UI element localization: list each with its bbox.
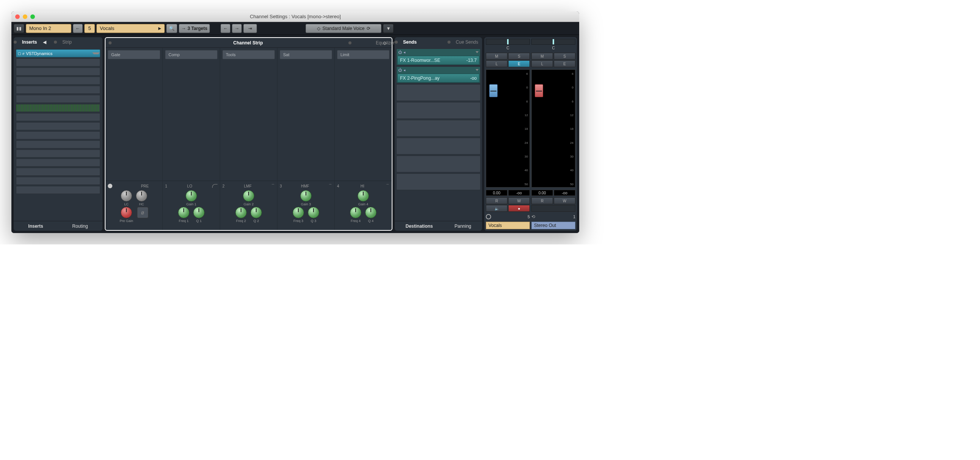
solo-button-r[interactable]: S: [554, 53, 575, 60]
insert-slot-3[interactable]: [16, 68, 100, 76]
insert-slot-2[interactable]: [16, 59, 100, 67]
level-value-r[interactable]: 0.00: [531, 190, 553, 196]
insert-slot-7[interactable]: [16, 104, 100, 112]
hc-knob[interactable]: [136, 190, 147, 202]
send2-menu-icon[interactable]: [476, 69, 479, 71]
targets-button[interactable]: → 3 Targets: [179, 24, 210, 33]
strip-slot-comp[interactable]: Comp: [165, 50, 218, 59]
mute-button-r[interactable]: M: [531, 53, 553, 60]
peak-value-l[interactable]: -oo: [508, 190, 530, 196]
freq2-knob[interactable]: [235, 207, 247, 218]
insert-slot-13[interactable]: [16, 159, 100, 167]
solo-button-l[interactable]: S: [508, 53, 530, 60]
bottom-tab-inserts[interactable]: Inserts: [28, 224, 43, 229]
peak-value-r[interactable]: -oo: [554, 190, 575, 196]
q1-knob[interactable]: [193, 207, 205, 218]
freq3-knob[interactable]: [293, 207, 304, 218]
send-slot-8[interactable]: [396, 173, 480, 190]
q2-knob[interactable]: [250, 207, 262, 218]
monitor-button-l[interactable]: 🔈: [486, 205, 508, 212]
gain4-knob[interactable]: [358, 190, 369, 202]
send-slot-6[interactable]: [396, 138, 480, 154]
band2-curve-icon[interactable]: ⌒: [271, 183, 275, 189]
layout-icon[interactable]: ▮▮: [14, 24, 24, 33]
write-button-r[interactable]: W: [554, 197, 575, 204]
eq-bypass-icon[interactable]: [348, 41, 352, 45]
compare-icon[interactable]: ◀: [43, 40, 46, 45]
freq1-knob[interactable]: [178, 207, 189, 218]
prev-channel-button[interactable]: ←: [73, 24, 83, 33]
band1-curve-icon[interactable]: [212, 184, 218, 188]
fader-left[interactable]: 606121824304050: [486, 70, 530, 188]
insert-slot-8[interactable]: [16, 113, 100, 121]
level-value-l[interactable]: 0.00: [486, 190, 508, 196]
insert-slot-11[interactable]: [16, 140, 100, 148]
edit-button-l[interactable]: E: [508, 60, 530, 67]
preset-field[interactable]: ◇ Standard Male Voice ⟳: [305, 24, 382, 33]
record-button-l[interactable]: ●: [508, 205, 530, 212]
sends-bypass-icon[interactable]: [395, 41, 398, 44]
lc-knob[interactable]: [121, 190, 132, 202]
pre-active-icon[interactable]: [108, 184, 112, 188]
send1-pre-icon[interactable]: ◂: [404, 50, 406, 54]
close-icon[interactable]: [15, 14, 20, 19]
insert-slot-15[interactable]: [16, 177, 100, 185]
send-slot-3[interactable]: [396, 84, 480, 101]
pan-slider-left[interactable]: [486, 39, 530, 45]
tab-sends[interactable]: Sends: [399, 38, 420, 46]
tab-cue-sends[interactable]: Cue Sends: [452, 38, 482, 46]
bottom-tab-destinations[interactable]: Destinations: [406, 224, 433, 229]
send-slot-5[interactable]: [396, 120, 480, 137]
insert-slot-9[interactable]: [16, 122, 100, 130]
tab-equalizer[interactable]: Equalizer: [376, 40, 395, 46]
q3-knob[interactable]: [308, 207, 319, 218]
strip-slot-tools[interactable]: Tools: [223, 50, 275, 59]
listen-button-l[interactable]: L: [486, 60, 508, 67]
inserts-bypass-icon[interactable]: [14, 41, 17, 44]
insert-slot-14[interactable]: [16, 168, 100, 176]
send2-power-icon[interactable]: ⏻: [398, 68, 402, 72]
edit-button-r[interactable]: E: [554, 60, 575, 67]
send-slot-2[interactable]: ⏻◂ FX 2-PingPong...ay-oo: [396, 67, 480, 83]
listen-button-r[interactable]: L: [531, 60, 553, 67]
pan-slider-right[interactable]: [531, 39, 575, 45]
channel-name-r[interactable]: Stereo Out: [531, 222, 575, 229]
bottom-tab-panning[interactable]: Panning: [454, 224, 471, 229]
fader-right[interactable]: 606121824304050: [531, 70, 575, 188]
strip-slot-gate[interactable]: Gate: [108, 50, 160, 59]
strip-bypass-icon[interactable]: [54, 41, 57, 44]
insert-slot-12[interactable]: [16, 150, 100, 158]
send2-pre-icon[interactable]: ◂: [404, 68, 406, 72]
read-button-l[interactable]: R: [486, 197, 508, 204]
q4-knob[interactable]: [365, 207, 377, 218]
insert-power-icon[interactable]: ▢ ⅇ: [16, 52, 26, 56]
tab-strip[interactable]: Strip: [59, 38, 76, 46]
insert-slot-6[interactable]: [16, 95, 100, 103]
search-button[interactable]: 🔍: [166, 24, 177, 33]
insert-slot-1[interactable]: ▢ ⅇ VSTDynamics: [16, 49, 100, 57]
pregain-knob[interactable]: [121, 207, 132, 218]
write-button-l[interactable]: W: [508, 197, 530, 204]
gain3-knob[interactable]: [300, 190, 312, 202]
nav-back-button[interactable]: ←: [221, 24, 231, 33]
cue-bypass-icon[interactable]: [447, 41, 450, 44]
read-button-r[interactable]: R: [531, 197, 553, 204]
output-button[interactable]: ⇥: [243, 24, 257, 33]
tab-channel-strip[interactable]: Channel Strip: [113, 40, 383, 46]
strip-active-icon[interactable]: [108, 41, 111, 45]
send-slot-1[interactable]: ⏻◂ FX 1-Roomwor...SE-13.7: [396, 49, 480, 65]
band4-curve-icon[interactable]: ⌒: [386, 183, 390, 189]
preset-menu-button[interactable]: ▼: [383, 24, 394, 33]
channel-name-field[interactable]: Vocals ▶: [96, 24, 165, 33]
chain-count-field[interactable]: 5: [84, 24, 95, 33]
gain1-knob[interactable]: [186, 190, 197, 202]
insert-slot-16[interactable]: [16, 186, 100, 194]
send1-menu-icon[interactable]: [476, 51, 479, 53]
monitor-bar-r[interactable]: [531, 205, 575, 212]
send-slot-7[interactable]: [396, 156, 480, 172]
mute-button-l[interactable]: M: [486, 53, 508, 60]
nav-fwd-button[interactable]: →: [232, 24, 242, 33]
phase-button[interactable]: ø: [137, 207, 148, 218]
send1-power-icon[interactable]: ⏻: [398, 50, 402, 54]
insert-menu-icon[interactable]: [92, 53, 100, 54]
